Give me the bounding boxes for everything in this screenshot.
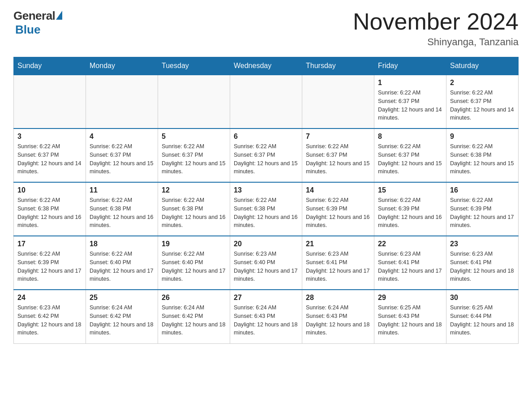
day-number: 2 [450,79,515,87]
day-info: Sunrise: 6:22 AMSunset: 6:38 PMDaylight:… [234,196,298,230]
day-info: Sunrise: 6:24 AMSunset: 6:42 PMDaylight:… [90,304,154,337]
day-number: 1 [378,79,442,87]
calendar-cell: 29Sunrise: 6:25 AMSunset: 6:43 PMDayligh… [374,290,446,343]
calendar-cell: 9Sunrise: 6:22 AMSunset: 6:38 PMDaylight… [446,128,519,182]
day-number: 17 [17,240,82,248]
day-number: 28 [306,294,370,302]
day-number: 26 [162,294,226,302]
calendar-cell: 3Sunrise: 6:22 AMSunset: 6:37 PMDaylight… [14,128,86,182]
logo-general-text: General [13,9,55,23]
calendar-cell: 8Sunrise: 6:22 AMSunset: 6:37 PMDaylight… [374,128,446,182]
calendar-cell: 6Sunrise: 6:22 AMSunset: 6:37 PMDaylight… [230,128,302,182]
calendar-cell: 10Sunrise: 6:22 AMSunset: 6:38 PMDayligh… [14,182,86,236]
day-number: 9 [450,133,515,141]
day-info: Sunrise: 6:22 AMSunset: 6:37 PMDaylight:… [450,89,515,122]
calendar-week-row: 3Sunrise: 6:22 AMSunset: 6:37 PMDaylight… [14,128,519,182]
calendar-header-tuesday: Tuesday [158,57,230,75]
calendar-cell: 21Sunrise: 6:23 AMSunset: 6:41 PMDayligh… [302,236,374,290]
day-info: Sunrise: 6:23 AMSunset: 6:41 PMDaylight:… [306,250,370,283]
calendar-cell: 25Sunrise: 6:24 AMSunset: 6:42 PMDayligh… [86,290,158,343]
day-number: 16 [450,186,515,194]
logo-blue-text: Blue [15,23,40,37]
calendar-cell [86,75,158,128]
calendar-cell [230,75,302,128]
day-info: Sunrise: 6:22 AMSunset: 6:37 PMDaylight:… [90,142,154,176]
day-info: Sunrise: 6:22 AMSunset: 6:37 PMDaylight:… [306,142,370,176]
calendar-header-friday: Friday [374,57,446,75]
day-info: Sunrise: 6:23 AMSunset: 6:42 PMDaylight:… [17,304,82,337]
calendar-cell: 2Sunrise: 6:22 AMSunset: 6:37 PMDaylight… [446,75,519,128]
logo: General Blue [13,9,62,37]
day-info: Sunrise: 6:24 AMSunset: 6:42 PMDaylight:… [162,304,226,337]
day-info: Sunrise: 6:22 AMSunset: 6:39 PMDaylight:… [450,196,515,230]
calendar-cell: 17Sunrise: 6:22 AMSunset: 6:39 PMDayligh… [14,236,86,290]
day-number: 8 [378,133,442,141]
calendar-week-row: 24Sunrise: 6:23 AMSunset: 6:42 PMDayligh… [14,290,519,343]
calendar-cell: 27Sunrise: 6:24 AMSunset: 6:43 PMDayligh… [230,290,302,343]
logo-triangle-icon [56,11,62,20]
day-number: 30 [450,294,515,302]
day-number: 23 [450,240,515,248]
day-number: 18 [90,240,154,248]
calendar-cell: 7Sunrise: 6:22 AMSunset: 6:37 PMDaylight… [302,128,374,182]
day-info: Sunrise: 6:24 AMSunset: 6:43 PMDaylight:… [234,304,298,337]
day-info: Sunrise: 6:22 AMSunset: 6:39 PMDaylight:… [17,250,82,283]
day-number: 13 [234,186,298,194]
calendar-table: SundayMondayTuesdayWednesdayThursdayFrid… [13,57,519,344]
day-number: 4 [90,133,154,141]
day-number: 11 [90,186,154,194]
day-info: Sunrise: 6:22 AMSunset: 6:37 PMDaylight:… [378,89,442,122]
day-info: Sunrise: 6:25 AMSunset: 6:44 PMDaylight:… [450,304,515,337]
calendar-cell [158,75,230,128]
day-info: Sunrise: 6:22 AMSunset: 6:39 PMDaylight:… [378,196,442,230]
day-info: Sunrise: 6:22 AMSunset: 6:40 PMDaylight:… [162,250,226,283]
calendar-cell: 23Sunrise: 6:23 AMSunset: 6:41 PMDayligh… [446,236,519,290]
day-info: Sunrise: 6:22 AMSunset: 6:38 PMDaylight:… [17,196,82,230]
day-info: Sunrise: 6:22 AMSunset: 6:37 PMDaylight:… [234,142,298,176]
calendar-cell: 24Sunrise: 6:23 AMSunset: 6:42 PMDayligh… [14,290,86,343]
day-number: 20 [234,240,298,248]
day-number: 7 [306,133,370,141]
day-number: 25 [90,294,154,302]
calendar-cell: 30Sunrise: 6:25 AMSunset: 6:44 PMDayligh… [446,290,519,343]
day-info: Sunrise: 6:23 AMSunset: 6:40 PMDaylight:… [234,250,298,283]
day-number: 12 [162,186,226,194]
calendar-header-wednesday: Wednesday [230,57,302,75]
calendar-cell: 5Sunrise: 6:22 AMSunset: 6:37 PMDaylight… [158,128,230,182]
day-number: 3 [17,133,82,141]
calendar-cell: 4Sunrise: 6:22 AMSunset: 6:37 PMDaylight… [86,128,158,182]
calendar-cell: 13Sunrise: 6:22 AMSunset: 6:38 PMDayligh… [230,182,302,236]
day-number: 14 [306,186,370,194]
day-info: Sunrise: 6:22 AMSunset: 6:37 PMDaylight:… [378,142,442,176]
calendar-header-row: SundayMondayTuesdayWednesdayThursdayFrid… [14,57,519,75]
day-info: Sunrise: 6:22 AMSunset: 6:38 PMDaylight:… [450,142,515,176]
calendar-cell [302,75,374,128]
day-info: Sunrise: 6:22 AMSunset: 6:37 PMDaylight:… [17,142,82,176]
day-number: 24 [17,294,82,302]
calendar-week-row: 17Sunrise: 6:22 AMSunset: 6:39 PMDayligh… [14,236,519,290]
calendar-header-saturday: Saturday [446,57,519,75]
day-number: 29 [378,294,442,302]
calendar-cell: 15Sunrise: 6:22 AMSunset: 6:39 PMDayligh… [374,182,446,236]
calendar-cell [14,75,86,128]
day-info: Sunrise: 6:23 AMSunset: 6:41 PMDaylight:… [450,250,515,283]
calendar-cell: 19Sunrise: 6:22 AMSunset: 6:40 PMDayligh… [158,236,230,290]
calendar-header-thursday: Thursday [302,57,374,75]
day-info: Sunrise: 6:22 AMSunset: 6:37 PMDaylight:… [162,142,226,176]
day-info: Sunrise: 6:24 AMSunset: 6:43 PMDaylight:… [306,304,370,337]
day-info: Sunrise: 6:25 AMSunset: 6:43 PMDaylight:… [378,304,442,337]
day-number: 19 [162,240,226,248]
day-number: 5 [162,133,226,141]
calendar-cell: 22Sunrise: 6:23 AMSunset: 6:41 PMDayligh… [374,236,446,290]
calendar-cell: 12Sunrise: 6:22 AMSunset: 6:38 PMDayligh… [158,182,230,236]
calendar-cell: 28Sunrise: 6:24 AMSunset: 6:43 PMDayligh… [302,290,374,343]
calendar-cell: 26Sunrise: 6:24 AMSunset: 6:42 PMDayligh… [158,290,230,343]
title-section: November 2024 Shinyanga, Tanzania [353,9,519,48]
day-number: 21 [306,240,370,248]
calendar-header-sunday: Sunday [14,57,86,75]
day-info: Sunrise: 6:22 AMSunset: 6:38 PMDaylight:… [162,196,226,230]
calendar-week-row: 1Sunrise: 6:22 AMSunset: 6:37 PMDaylight… [14,75,519,128]
day-info: Sunrise: 6:22 AMSunset: 6:38 PMDaylight:… [90,196,154,230]
day-info: Sunrise: 6:22 AMSunset: 6:39 PMDaylight:… [306,196,370,230]
month-year-title: November 2024 [353,9,519,34]
